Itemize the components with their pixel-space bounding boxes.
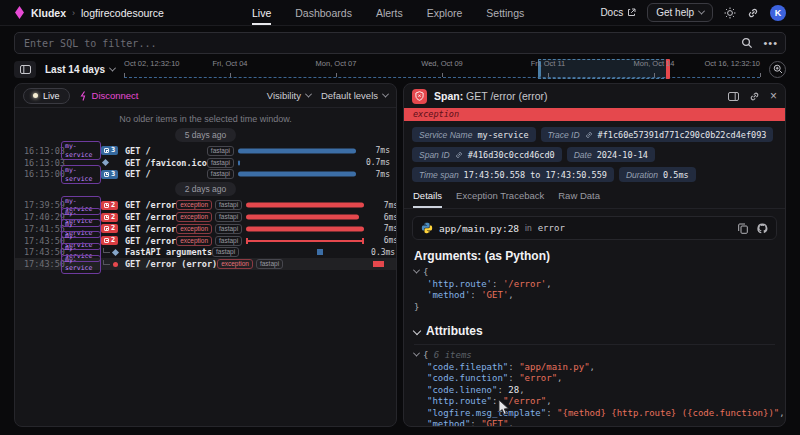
tag-fastapi[interactable]: fastapi bbox=[215, 200, 242, 210]
collapse-chevron-icon[interactable] bbox=[413, 267, 420, 274]
timeline[interactable]: Oct 02, 12:32:10Fri, Oct 04Mon, Oct 07We… bbox=[124, 57, 760, 81]
nav-settings[interactable]: Settings bbox=[486, 0, 524, 25]
trace-list-body: No older items in the selected time wind… bbox=[15, 108, 396, 426]
field-label: Service Name bbox=[419, 130, 472, 140]
tag-exception[interactable]: exception bbox=[176, 200, 212, 210]
tag-exception[interactable]: exception bbox=[176, 212, 212, 222]
span-count-badge[interactable]: 2 bbox=[101, 201, 118, 210]
tag-fastapi[interactable]: fastapi bbox=[207, 146, 234, 156]
docs-link[interactable]: Docs bbox=[600, 7, 636, 18]
trace-row[interactable]: 17:43:50my-serviceGET /error (error)exce… bbox=[15, 258, 396, 270]
expand-icon bbox=[104, 172, 109, 177]
disconnect-button[interactable]: Disconnect bbox=[80, 90, 139, 101]
duration-bar-track bbox=[287, 258, 397, 270]
tag-fastapi[interactable]: fastapi bbox=[212, 247, 239, 257]
span-count-badge[interactable]: 2 bbox=[101, 236, 118, 245]
tab-details[interactable]: Details bbox=[413, 190, 442, 208]
duration-bar-track bbox=[246, 223, 364, 235]
code-token: , bbox=[508, 419, 513, 426]
tag-fastapi[interactable]: fastapi bbox=[215, 212, 242, 222]
code-file-path: app/main.py:28 bbox=[439, 223, 519, 234]
row-icon-column: 2 bbox=[101, 224, 125, 233]
row-icon-column: 3 bbox=[101, 146, 125, 155]
span-tabs: DetailsException TracebackRaw Data bbox=[404, 186, 785, 209]
code-token: { bbox=[423, 350, 434, 360]
field-span-id[interactable]: Span ID#416d30c0ccd46cd0 bbox=[412, 147, 562, 162]
code-token: "code.filepath" bbox=[427, 362, 508, 372]
github-icon[interactable] bbox=[757, 223, 768, 234]
live-toggle-button[interactable]: Live bbox=[23, 88, 70, 104]
copy-icon[interactable] bbox=[738, 223, 748, 234]
code-token: , bbox=[519, 385, 524, 395]
org-name[interactable]: Kludex bbox=[31, 7, 66, 19]
span-name: GET /error bbox=[125, 236, 176, 246]
tag-exception[interactable]: exception bbox=[217, 259, 253, 269]
error-dot-icon bbox=[113, 262, 118, 267]
trace-row[interactable]: 16:13:03my-service3GET /fastapi7ms bbox=[15, 145, 396, 157]
sidebar-toggle-button[interactable] bbox=[14, 61, 36, 78]
avatar[interactable]: K bbox=[770, 5, 786, 21]
time-range-dropdown[interactable]: Last 14 days bbox=[45, 64, 115, 75]
copy-link-icon[interactable] bbox=[749, 91, 760, 102]
duration-bar bbox=[246, 226, 364, 231]
field-label: Trace ID bbox=[548, 130, 580, 140]
breadcrumb: Kludex › logfirecodesource bbox=[14, 6, 164, 19]
zoom-in-button[interactable] bbox=[769, 61, 786, 78]
group-time-pill[interactable]: 2 days ago bbox=[175, 182, 237, 196]
span-count-badge[interactable]: 2 bbox=[101, 213, 118, 222]
levels-label: Default levels bbox=[321, 90, 378, 101]
duration-bar bbox=[238, 148, 356, 153]
visibility-label: Visibility bbox=[267, 90, 301, 101]
code-line: "http.route": "/error", bbox=[414, 396, 775, 408]
service-tag[interactable]: my-service bbox=[61, 165, 101, 184]
theme-toggle-button[interactable] bbox=[724, 7, 736, 19]
tag-exception[interactable]: exception bbox=[176, 224, 212, 234]
time-bar: Last 14 days Oct 02, 12:32:10Fri, Oct 04… bbox=[0, 57, 800, 81]
trace-row[interactable]: 16:15:00my-service3GET /fastapi7ms bbox=[15, 169, 396, 181]
span-count-badge[interactable]: 3 bbox=[101, 170, 118, 179]
nav-alerts[interactable]: Alerts bbox=[376, 0, 403, 25]
search-icon[interactable] bbox=[741, 37, 753, 49]
nav-explore[interactable]: Explore bbox=[427, 0, 463, 25]
nav-live[interactable]: Live bbox=[252, 0, 271, 25]
row-timestamp: 16:13:03 bbox=[15, 146, 61, 156]
get-help-button[interactable]: Get help bbox=[647, 3, 713, 22]
field-label: Span ID bbox=[419, 150, 450, 160]
tag-fastapi[interactable]: fastapi bbox=[256, 259, 283, 269]
dock-panel-icon[interactable] bbox=[728, 92, 739, 101]
visibility-dropdown[interactable]: Visibility bbox=[267, 90, 311, 101]
tab-exception-traceback[interactable]: Exception Traceback bbox=[456, 190, 544, 208]
tag-fastapi[interactable]: fastapi bbox=[207, 158, 234, 168]
field-trace-id[interactable]: Trace ID#f1c60e57391d771c290c0b22cd4ef09… bbox=[541, 127, 774, 142]
group-time-pill[interactable]: 5 days ago bbox=[175, 128, 237, 142]
levels-dropdown[interactable]: Default levels bbox=[321, 90, 388, 101]
python-icon bbox=[421, 222, 433, 234]
service-column: my-service bbox=[61, 255, 101, 274]
field-service-name: Service Namemy-service bbox=[412, 127, 536, 142]
code-token: : bbox=[497, 385, 508, 395]
share-link-icon[interactable] bbox=[747, 7, 759, 19]
tag-fastapi[interactable]: fastapi bbox=[215, 236, 242, 246]
logfire-logo-icon[interactable] bbox=[14, 6, 25, 19]
sql-filter-input[interactable] bbox=[14, 32, 786, 54]
error-shield-icon bbox=[412, 89, 427, 104]
collapse-chevron-icon[interactable] bbox=[413, 350, 420, 357]
tag-exception[interactable]: exception bbox=[176, 236, 212, 246]
close-icon[interactable]: × bbox=[770, 91, 777, 101]
field-date: Date2024-10-14 bbox=[567, 147, 655, 162]
span-count-badge[interactable]: 2 bbox=[101, 224, 118, 233]
tag-fastapi[interactable]: fastapi bbox=[215, 224, 242, 234]
more-options-icon[interactable]: ••• bbox=[763, 38, 778, 48]
collapse-chevron-icon[interactable] bbox=[413, 327, 421, 335]
span-count-badge[interactable]: 3 bbox=[101, 146, 118, 155]
row-timestamp: 16:15:00 bbox=[15, 169, 61, 179]
project-name[interactable]: logfirecodesource bbox=[81, 7, 164, 19]
tab-raw-data[interactable]: Raw Data bbox=[558, 190, 600, 208]
nav-dashboards[interactable]: Dashboards bbox=[295, 0, 352, 25]
service-tag[interactable]: my-service bbox=[61, 141, 101, 160]
tag-fastapi[interactable]: fastapi bbox=[207, 169, 234, 179]
chevron-down-icon bbox=[305, 91, 312, 98]
span-diamond-icon bbox=[102, 159, 109, 166]
service-tag[interactable]: my-service bbox=[61, 255, 101, 274]
disconnect-label: Disconnect bbox=[92, 90, 139, 101]
